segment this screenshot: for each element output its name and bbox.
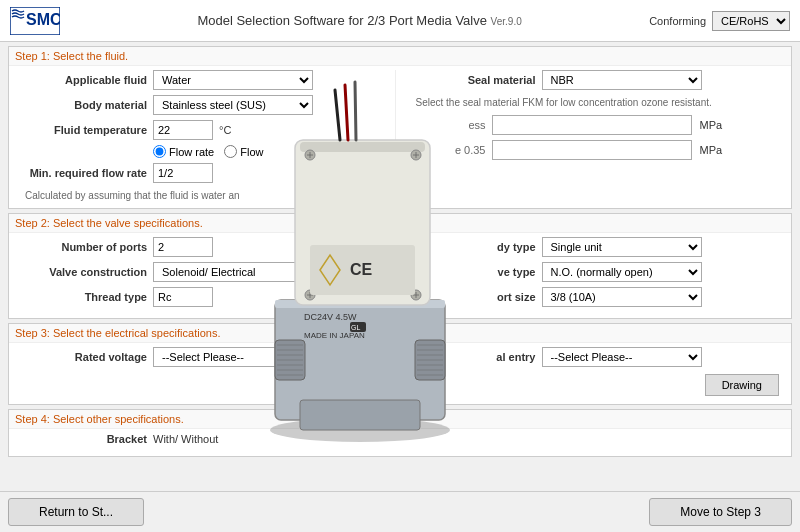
flow-rate-radio-label[interactable]: Flow rate — [153, 145, 214, 158]
pressure-input1[interactable] — [492, 115, 692, 135]
step2-section: Step 2: Select the valve specifications.… — [8, 213, 792, 319]
applicable-fluid-row: Applicable fluid Water Air Oil — [17, 70, 395, 90]
valve-type-row: ve type N.O. (normally open) N.C. (norma… — [406, 262, 784, 282]
step1-right: Seal material NBR FKM EPDM Select the se… — [395, 70, 784, 202]
step1-content: Applicable fluid Water Air Oil Body mate… — [9, 66, 791, 208]
step3-section: Step 3: Select the electrical specificat… — [8, 323, 792, 405]
body-material-label: Body material — [17, 99, 147, 111]
step2-left: Number of ports Valve construction Solen… — [17, 237, 395, 312]
step3-left: Rated voltage --Select Please-- DC24V AC… — [17, 347, 395, 398]
step4-section: Step 4: Select other specifications. Bra… — [8, 409, 792, 457]
flow-alt-text: Flow — [240, 146, 263, 158]
pressure-row1: ess MPa — [406, 115, 784, 135]
version-text: Ver.9.0 — [491, 16, 522, 27]
body-type-label: dy type — [406, 241, 536, 253]
pressure-unit1: MPa — [700, 119, 723, 131]
steps-wrapper: Step 1: Select the fluid. Applicable flu… — [0, 42, 800, 532]
applicable-fluid-select[interactable]: Water Air Oil — [153, 70, 313, 90]
step1-left: Applicable fluid Water Air Oil Body mate… — [17, 70, 395, 202]
flow-rate-row: Flow rate Flow — [17, 145, 395, 158]
fluid-temp-unit: °C — [219, 124, 231, 136]
port-size-label: ort size — [406, 291, 536, 303]
header-title: Model Selection Software for 2/3 Port Me… — [70, 13, 649, 28]
step2-two-col: Number of ports Valve construction Solen… — [17, 237, 783, 312]
fluid-temp-label: Fluid temperature — [17, 124, 147, 136]
return-button[interactable]: Return to St... — [8, 498, 144, 526]
entry-select[interactable]: --Select Please-- Grommet Conduit — [542, 347, 702, 367]
valve-type-select[interactable]: N.O. (normally open) N.C. (normally clos… — [542, 262, 702, 282]
pressure-label2: e 0.35 — [406, 144, 486, 156]
fluid-temp-input[interactable] — [153, 120, 213, 140]
step3-right: al entry --Select Please-- Grommet Condu… — [395, 347, 784, 398]
smc-logo: SMC — [10, 7, 60, 35]
seal-material-row: Seal material NBR FKM EPDM — [406, 70, 784, 90]
calc-note: Calculated by assuming that the fluid is… — [17, 188, 395, 202]
body-material-row: Body material Stainless steel (SUS) Bras… — [17, 95, 395, 115]
rated-voltage-select[interactable]: --Select Please-- DC24V AC100V AC200V — [153, 347, 313, 367]
step4-header: Step 4: Select other specifications. — [9, 410, 791, 429]
step1-two-col: Applicable fluid Water Air Oil Body mate… — [17, 70, 783, 202]
pressure-row2: e 0.35 MPa — [406, 140, 784, 160]
rated-voltage-row: Rated voltage --Select Please-- DC24V AC… — [17, 347, 395, 367]
port-size-select[interactable]: 3/8 (10A) 1/4 (8A) 1/2 (15A) — [542, 287, 702, 307]
min-flow-input[interactable] — [153, 163, 213, 183]
min-flow-row: Min. required flow rate — [17, 163, 395, 183]
rated-voltage-label: Rated voltage — [17, 351, 147, 363]
step2-right: dy type Single unit Manifold ve type N.O… — [395, 237, 784, 312]
thread-type-label: Thread type — [17, 291, 147, 303]
bottom-buttons: Return to St... Move to Step 3 — [0, 491, 800, 532]
num-ports-input[interactable] — [153, 237, 213, 257]
seal-note: Select the seal material FKM for low con… — [406, 95, 784, 109]
drawing-row: Drawing — [406, 372, 784, 398]
seal-material-label: Seal material — [406, 74, 536, 86]
thread-type-row: Thread type — [17, 287, 395, 307]
flow-alt-radio[interactable] — [224, 145, 237, 158]
svg-text:SMC: SMC — [26, 11, 60, 28]
pressure-label1: ess — [406, 119, 486, 131]
valve-construction-label: Valve construction — [17, 266, 147, 278]
applicable-fluid-label: Applicable fluid — [17, 74, 147, 86]
thread-type-input[interactable] — [153, 287, 213, 307]
valve-construction-select[interactable]: Solenoid/ Electrical Pneumatic — [153, 262, 313, 282]
pressure-input2[interactable] — [492, 140, 692, 160]
step3-header: Step 3: Select the electrical specificat… — [9, 324, 791, 343]
step3-content: Rated voltage --Select Please-- DC24V AC… — [9, 343, 791, 404]
conforming-select[interactable]: CE/RoHS CE RoHS None — [712, 11, 790, 31]
fluid-temp-row: Fluid temperature °C — [17, 120, 395, 140]
entry-row: al entry --Select Please-- Grommet Condu… — [406, 347, 784, 367]
port-size-row: ort size 3/8 (10A) 1/4 (8A) 1/2 (15A) — [406, 287, 784, 307]
min-flow-label: Min. required flow rate — [17, 167, 147, 179]
valve-construction-row: Valve construction Solenoid/ Electrical … — [17, 262, 395, 282]
bracket-value: With/ Without — [153, 433, 218, 445]
drawing-button[interactable]: Drawing — [705, 374, 779, 396]
next-button[interactable]: Move to Step 3 — [649, 498, 792, 526]
step1-section: Step 1: Select the fluid. Applicable flu… — [8, 46, 792, 209]
seal-material-select[interactable]: NBR FKM EPDM — [542, 70, 702, 90]
bracket-row: Bracket With/ Without — [17, 433, 783, 445]
flow-rate-text: Flow rate — [169, 146, 214, 158]
body-type-select[interactable]: Single unit Manifold — [542, 237, 702, 257]
step2-content: Number of ports Valve construction Solen… — [9, 233, 791, 318]
main-container: SMC Model Selection Software for 2/3 Por… — [0, 0, 800, 532]
num-ports-row: Number of ports — [17, 237, 395, 257]
step1-header: Step 1: Select the fluid. — [9, 47, 791, 66]
flow-radio-group: Flow rate Flow — [153, 145, 263, 158]
step2-header: Step 2: Select the valve specifications. — [9, 214, 791, 233]
title-text: Model Selection Software for 2/3 Port Me… — [197, 13, 487, 28]
flow-alt-radio-label[interactable]: Flow — [224, 145, 263, 158]
bracket-label: Bracket — [17, 433, 147, 445]
header: SMC Model Selection Software for 2/3 Por… — [0, 0, 800, 42]
step4-content: Bracket With/ Without — [9, 429, 791, 456]
pressure-unit2: MPa — [700, 144, 723, 156]
calc-note-text: Calculated by assuming that the fluid is… — [25, 190, 240, 201]
seal-note-text: Select the seal material FKM for low con… — [416, 97, 712, 108]
valve-type-label: ve type — [406, 266, 536, 278]
header-conforming: Conforming CE/RoHS CE RoHS None — [649, 11, 790, 31]
conforming-label: Conforming — [649, 15, 706, 27]
num-ports-label: Number of ports — [17, 241, 147, 253]
body-material-select[interactable]: Stainless steel (SUS) Brass — [153, 95, 313, 115]
step3-two-col: Rated voltage --Select Please-- DC24V AC… — [17, 347, 783, 398]
entry-label: al entry — [406, 351, 536, 363]
body-type-row: dy type Single unit Manifold — [406, 237, 784, 257]
flow-rate-radio[interactable] — [153, 145, 166, 158]
